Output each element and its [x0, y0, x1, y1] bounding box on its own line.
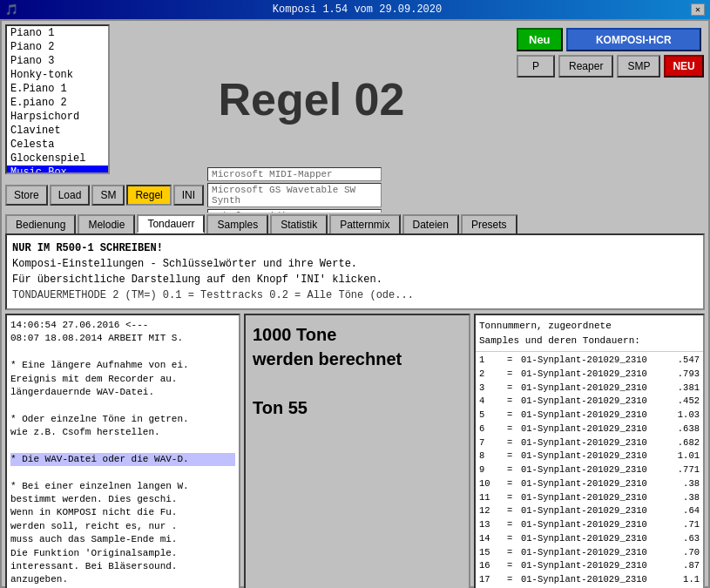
midi-device-1: Microsoft MIDI-Mapper	[207, 167, 382, 181]
tab-line1: NUR IM R500-1 SCHREIBEN!	[12, 240, 698, 256]
sample-name-1: 01-Synplant-201029_2310	[521, 368, 663, 382]
smp-button[interactable]: SMP	[617, 55, 660, 78]
komposi-hcr-button[interactable]: KOMPOSI-HCR	[566, 28, 701, 51]
close-button[interactable]: ✕	[691, 3, 705, 16]
sample-name-13: 01-Synplant-201029_2310	[521, 532, 663, 546]
regel-button[interactable]: Regel	[126, 185, 171, 206]
instrument-item-9[interactable]: Glockenspiel	[7, 152, 108, 166]
instrument-item-3[interactable]: Honky-tonk	[7, 68, 108, 82]
neu-small-button[interactable]: NEU	[664, 55, 703, 78]
sample-val-5: .638	[663, 422, 700, 436]
sample-num-3: 4	[479, 395, 507, 409]
sample-val-6: .682	[663, 436, 700, 450]
log-entry-1: 08:07 18.08.2014 ARBEIT MIT S.	[10, 332, 235, 345]
sample-num-8: 9	[479, 463, 507, 477]
sample-eq-6: =	[507, 436, 521, 450]
sample-num-12: 13	[479, 518, 507, 532]
sample-eq-16: =	[507, 573, 521, 587]
sample-row-1: 2 = 01-Synplant-201029_2310.793	[479, 368, 700, 382]
sample-val-1: .793	[663, 368, 700, 382]
sample-num-16: 17	[479, 573, 507, 587]
instrument-item-0[interactable]: Piano 1	[7, 26, 108, 40]
info-line2: werden berechnet	[253, 347, 462, 371]
instrument-item-4[interactable]: E.Piano 1	[7, 82, 108, 96]
sample-name-5: 01-Synplant-201029_2310	[521, 422, 663, 436]
sample-name-7: 01-Synplant-201029_2310	[521, 449, 663, 463]
log-scroll[interactable]: 14:06:54 27.06.2016 <---08:07 18.08.2014…	[7, 315, 239, 588]
store-button[interactable]: Store	[5, 185, 48, 206]
p-button[interactable]: P	[517, 55, 555, 78]
log-entry-17: Die Funktion 'Originalsample.	[10, 547, 235, 560]
sample-num-15: 16	[479, 559, 507, 573]
reaper-button[interactable]: Reaper	[558, 55, 613, 78]
tab-samples[interactable]: Samples	[206, 214, 268, 233]
tab-statistik[interactable]: Statistik	[270, 214, 328, 233]
log-entry-18: interessant. Bei Bläsersound.	[10, 560, 235, 573]
sample-row-7: 8 = 01-Synplant-201029_23101.01	[479, 449, 700, 463]
log-entry-16: muss auch das Sample-Ende mi.	[10, 533, 235, 546]
samples-scroll[interactable]: 1 = 01-Synplant-201029_2310.5472 = 01-Sy…	[476, 352, 703, 588]
samples-header-line2: Samples und deren Tondauern:	[479, 334, 700, 348]
sample-name-14: 01-Synplant-201029_2310	[521, 546, 663, 560]
sample-name-9: 01-Synplant-201029_2310	[521, 477, 663, 491]
sample-name-2: 01-Synplant-201029_2310	[521, 382, 663, 395]
instrument-item-5[interactable]: E.piano 2	[7, 96, 108, 110]
tab-dateien[interactable]: Dateien	[402, 214, 459, 233]
sample-num-0: 1	[479, 354, 507, 368]
top-right-row1: Neu KOMPOSI-HCR	[517, 28, 701, 51]
tab-line4: TONDAUERMETHODE 2 (TM=) 0.1 = Testtracks…	[12, 287, 698, 303]
sample-name-10: 01-Synplant-201029_2310	[521, 491, 663, 505]
top-right-row2: P Reaper SMP NEU	[517, 55, 701, 78]
log-entry-0: 14:06:54 27.06.2016 <---	[10, 319, 235, 332]
sample-eq-14: =	[507, 546, 521, 560]
sample-val-13: .63	[663, 532, 700, 546]
tab-tondauerr[interactable]: Tondauerr	[137, 214, 205, 233]
instrument-item-10[interactable]: Music Box	[7, 166, 108, 174]
sample-eq-11: =	[507, 504, 521, 518]
load-button[interactable]: Load	[50, 185, 91, 206]
log-entry-6	[10, 399, 235, 412]
main-window: Piano 1Piano 2Piano 3Honky-tonkE.Piano 1…	[0, 19, 710, 588]
instrument-list-panel: Piano 1Piano 2Piano 3Honky-tonkE.Piano 1…	[5, 24, 110, 174]
sample-val-12: .71	[663, 518, 700, 532]
sample-val-8: .771	[663, 463, 700, 477]
instrument-item-2[interactable]: Piano 3	[7, 54, 108, 68]
sample-row-8: 9 = 01-Synplant-201029_2310.771	[479, 463, 700, 477]
sample-val-3: .452	[663, 395, 700, 409]
log-entry-10: * Die WAV-Datei oder die WAV-D.	[10, 453, 235, 466]
tab-bedienung[interactable]: Bedienung	[5, 214, 76, 233]
instrument-item-8[interactable]: Celesta	[7, 138, 108, 152]
sample-row-2: 3 = 01-Synplant-201029_2310.381	[479, 382, 700, 395]
sample-name-11: 01-Synplant-201029_2310	[521, 504, 663, 518]
sm-button[interactable]: SM	[91, 185, 125, 206]
instrument-item-6[interactable]: Harpsichord	[7, 110, 108, 124]
log-entry-12: * Bei einer einzelnen langen W.	[10, 480, 235, 493]
sample-name-15: 01-Synplant-201029_2310	[521, 559, 663, 573]
tab-presets[interactable]: Presets	[461, 214, 517, 233]
sample-row-3: 4 = 01-Synplant-201029_2310.452	[479, 395, 700, 409]
tab-melodie[interactable]: Melodie	[78, 214, 135, 233]
sample-num-6: 7	[479, 436, 507, 450]
title-area: Regel 02	[113, 24, 510, 174]
sample-eq-0: =	[507, 354, 521, 368]
ini-button[interactable]: INI	[173, 185, 204, 206]
rule-title: Regel 02	[219, 73, 405, 125]
sample-eq-8: =	[507, 463, 521, 477]
instrument-item-1[interactable]: Piano 2	[7, 40, 108, 54]
sample-num-13: 14	[479, 532, 507, 546]
tab-patternmix[interactable]: Patternmix	[329, 214, 400, 233]
sample-name-8: 01-Synplant-201029_2310	[521, 463, 663, 477]
samples-header: Tonnummern, zugeordnete Samples und dere…	[476, 315, 703, 352]
info-line1: 1000 Tone	[253, 322, 462, 347]
sample-num-7: 8	[479, 449, 507, 463]
top-right-buttons: Neu KOMPOSI-HCR P Reaper SMP NEU	[513, 24, 705, 174]
log-entry-15: werden soll, reicht es, nur .	[10, 520, 235, 533]
sample-row-4: 5 = 01-Synplant-201029_23101.03	[479, 409, 700, 422]
sample-row-15: 16 = 01-Synplant-201029_2310.87	[479, 559, 700, 573]
info-line3: Ton 55	[253, 395, 462, 420]
log-entry-3: * Eine längere Aufnahme von ei.	[10, 359, 235, 372]
neu-button[interactable]: Neu	[517, 28, 563, 51]
instrument-item-7[interactable]: Clavinet	[7, 124, 108, 138]
log-entry-11	[10, 466, 235, 479]
tabs-panel: BedienungMelodieTondauerrSamplesStatisti…	[2, 213, 708, 310]
